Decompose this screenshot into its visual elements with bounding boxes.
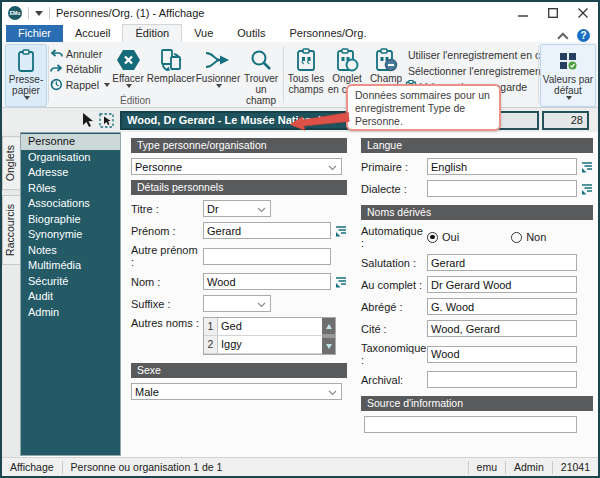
tab-vue[interactable]: Vue <box>182 25 225 42</box>
cite-input[interactable] <box>427 320 577 337</box>
tabs-sidebar: Personne Organisation Adresse Rôles Asso… <box>20 132 121 456</box>
lookup-icon[interactable] <box>335 276 347 288</box>
scroll-up-icon[interactable] <box>322 318 335 334</box>
radio-oui[interactable] <box>427 232 438 243</box>
source-information-input[interactable] <box>364 416 577 433</box>
cursor-icon[interactable] <box>81 113 94 128</box>
titre-label: Titre : <box>131 203 203 215</box>
titre-combobox[interactable]: Dr <box>203 200 271 217</box>
lookup-icon[interactable] <box>581 183 593 195</box>
tab-fichier[interactable]: Fichier <box>6 25 63 42</box>
tab-edition[interactable]: Édition <box>122 24 182 42</box>
default-values-label: Valeurs par défaut <box>541 74 595 96</box>
replace-label: Remplacer <box>147 73 195 84</box>
default-values-button[interactable]: Valeurs par défaut <box>540 44 596 107</box>
radio-non[interactable] <box>511 232 522 243</box>
sidebar-item-multimedia[interactable]: Multimédia <box>21 258 120 274</box>
replace-button[interactable]: Remplacer <box>146 44 196 107</box>
row-number: 2 <box>204 336 218 353</box>
undo-icon <box>50 49 63 60</box>
sidebar-item-adresse[interactable]: Adresse <box>21 165 120 181</box>
archival-input[interactable] <box>427 371 577 388</box>
au-complet-input[interactable] <box>427 276 577 293</box>
scroll-down-icon[interactable] <box>322 338 335 354</box>
select-mode-icon[interactable] <box>99 113 115 128</box>
sidebar-item-roles[interactable]: Rôles <box>21 181 120 197</box>
suffixe-combobox[interactable] <box>203 295 271 312</box>
merge-icon <box>205 47 231 73</box>
type-personne-combobox[interactable]: Personne <box>131 158 342 175</box>
undo-button[interactable]: Annuler <box>50 48 110 60</box>
dialecte-label: Dialecte : <box>361 183 427 195</box>
form-panel: Type personne/organisation Personne Déta… <box>121 132 598 457</box>
nom-input[interactable] <box>203 273 331 290</box>
recall-label: Rappel <box>66 79 99 91</box>
quick-access-caret-icon[interactable] <box>35 11 43 16</box>
sidebar-tab-raccourcis[interactable]: Raccourcis <box>2 195 20 265</box>
redo-button[interactable]: Rétablir <box>50 63 110 75</box>
recall-button[interactable]: Rappel <box>50 78 110 91</box>
sidebar-item-associations[interactable]: Associations <box>21 196 120 212</box>
autre-prenom-input[interactable] <box>203 248 331 265</box>
divider <box>28 7 29 19</box>
prenom-label: Prénom : <box>131 225 203 237</box>
nom-label: Nom : <box>131 276 203 288</box>
divider <box>49 7 50 19</box>
sidebar-item-securite[interactable]: Sécurité <box>21 274 120 290</box>
sidebar-item-biographie[interactable]: Biographie <box>21 212 120 228</box>
sidebar-item-synonymie[interactable]: Synonymie <box>21 227 120 243</box>
clipboard-button[interactable]: Presse-papier <box>5 44 47 107</box>
use-current-record-button[interactable]: Utiliser l'enregistrement en cours <box>405 48 537 61</box>
primaire-input[interactable] <box>427 158 577 175</box>
maximize-button[interactable] <box>538 2 568 24</box>
grid-row[interactable]: 2 Iggy <box>204 336 322 354</box>
redo-label: Rétablir <box>66 63 102 75</box>
grid-row[interactable]: 1 Ged <box>204 318 322 336</box>
caret-down-icon <box>24 96 30 100</box>
close-button[interactable] <box>568 2 598 24</box>
salutation-input[interactable] <box>427 254 577 271</box>
tab-outils[interactable]: Outils <box>225 25 277 42</box>
type-personne-value: Personne <box>135 161 182 173</box>
row-value: Ged <box>218 318 322 335</box>
find-field-button[interactable]: Trouver un champ <box>240 44 282 107</box>
chevron-down-icon <box>257 302 266 308</box>
status-bar: Affichage Personne ou organisation 1 de … <box>2 457 598 476</box>
lookup-icon[interactable] <box>335 225 347 237</box>
prenom-input[interactable] <box>203 222 331 239</box>
taxonomique-input[interactable] <box>427 346 577 363</box>
edition-group-label: Édition <box>120 95 151 106</box>
sexe-combobox[interactable]: Male <box>131 383 342 400</box>
sidebar-tab-onglets[interactable]: Onglets <box>2 136 20 190</box>
abrege-input[interactable] <box>427 298 577 315</box>
minimize-button[interactable] <box>508 2 538 24</box>
oui-label: Oui <box>442 231 459 243</box>
merge-label: Fusionner <box>196 73 240 84</box>
autres-noms-grid[interactable]: 1 Ged 2 Iggy <box>203 317 336 355</box>
find-field-label: Trouver un champ <box>240 73 282 106</box>
merge-button[interactable]: Fusionner <box>196 44 240 107</box>
sidebar-item-personne[interactable]: Personne <box>21 134 120 150</box>
dialecte-input[interactable] <box>427 180 577 197</box>
ribbon-separator <box>48 46 49 103</box>
tab-personnes-org[interactable]: Personnes/Org. <box>277 25 378 42</box>
grid-scrollbar[interactable] <box>322 318 335 354</box>
sidebar-item-notes[interactable]: Notes <box>21 243 120 259</box>
current-tab-icon <box>335 47 359 73</box>
clear-icon <box>115 47 141 73</box>
all-fields-button[interactable]: Tous les champs <box>285 44 327 107</box>
tab-accueil[interactable]: Accueil <box>63 25 122 42</box>
section-langue: Langue <box>361 138 593 153</box>
select-record-label: Sélectionner l'enregistrement <box>408 65 544 77</box>
autre-prenom-label: Autre prénom : <box>131 244 203 268</box>
redo-icon <box>50 64 63 75</box>
select-record-button[interactable]: Sélectionner l'enregistrement <box>405 64 537 77</box>
section-noms-derives: Noms dérivés <box>361 205 593 220</box>
current-field-icon <box>374 47 398 73</box>
sidebar-item-organisation[interactable]: Organisation <box>21 150 120 166</box>
lookup-icon[interactable] <box>581 161 593 173</box>
help-icon[interactable]: ? <box>577 29 590 42</box>
sidebar-item-audit[interactable]: Audit <box>21 289 120 305</box>
caret-down-icon <box>216 84 222 88</box>
sidebar-item-admin[interactable]: Admin <box>21 305 120 321</box>
